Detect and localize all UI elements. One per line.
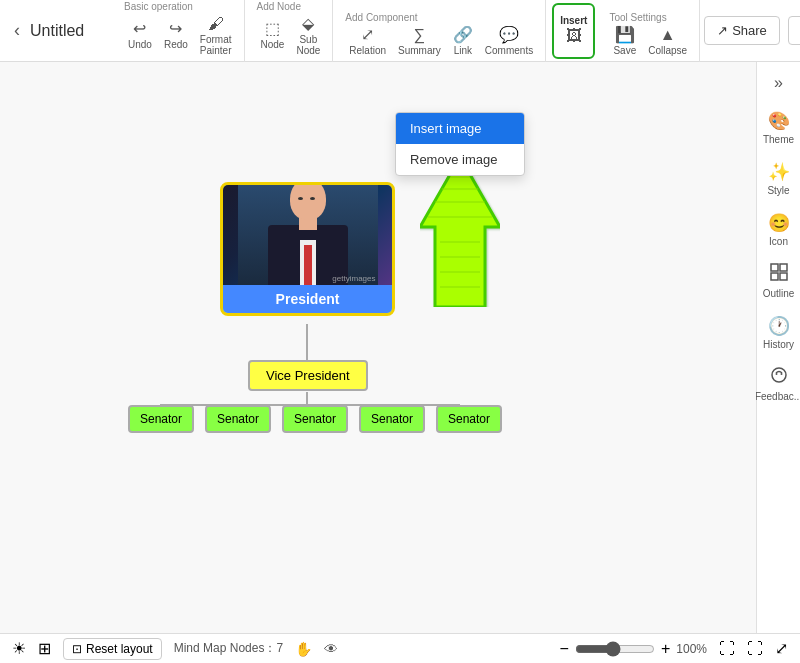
- senator-node-4[interactable]: Senator: [359, 405, 425, 433]
- sidebar-item-theme[interactable]: 🎨 Theme: [759, 104, 799, 151]
- president-node[interactable]: gettyimages President: [220, 182, 395, 316]
- basic-operation-section: Basic operation ↩ Undo ↪ Redo 🖌 Format P…: [116, 0, 245, 62]
- collapse-button[interactable]: ▲ Collapse: [644, 25, 691, 58]
- svg-point-21: [772, 368, 786, 382]
- eye-icon: 👁: [324, 641, 338, 657]
- theme-icon: 🎨: [768, 110, 790, 132]
- right-sidebar: » 🎨 Theme ✨ Style 😊 Icon Outline: [756, 62, 800, 633]
- tool-settings-section: Tool Settings 💾 Save ▲ Collapse: [601, 0, 700, 62]
- add-component-label: Add Component: [345, 12, 417, 23]
- style-icon: ✨: [768, 161, 790, 183]
- senator-label-2: Senator: [217, 412, 259, 426]
- sidebar-item-icon[interactable]: 😊 Icon: [759, 206, 799, 253]
- canvas[interactable]: gettyimages President Vice President Sen…: [0, 62, 756, 633]
- sidebar-collapse-button[interactable]: »: [770, 70, 787, 96]
- svg-rect-19: [771, 273, 778, 280]
- president-image: gettyimages: [223, 185, 392, 285]
- sidebar-item-style[interactable]: ✨ Style: [759, 155, 799, 202]
- insert-section: Insert 🖼: [552, 3, 595, 59]
- node-count: Mind Map Nodes：7: [174, 640, 283, 657]
- link-button[interactable]: 🔗 Link: [449, 25, 477, 58]
- summary-icon: ∑: [414, 27, 425, 43]
- sidebar-icon-label: Icon: [769, 236, 788, 247]
- undo-icon: ↩: [133, 21, 146, 37]
- hand-icon: ✋: [295, 641, 312, 657]
- add-node-label: Add Node: [257, 1, 301, 12]
- redo-icon: ↪: [169, 21, 182, 37]
- comments-icon: 💬: [499, 27, 519, 43]
- svg-rect-18: [780, 264, 787, 271]
- expand-button[interactable]: ⤢: [775, 639, 788, 658]
- toolbar: ‹ Untitled Basic operation ↩ Undo ↪ Redo…: [0, 0, 800, 62]
- sidebar-item-feedback[interactable]: Feedbac...: [759, 360, 799, 408]
- svg-point-22: [775, 373, 777, 375]
- president-label: President: [223, 285, 392, 313]
- zoom-in-button[interactable]: +: [661, 640, 670, 658]
- relation-button[interactable]: ⤢ Relation: [345, 25, 390, 58]
- zoom-percent: 100%: [676, 642, 707, 656]
- add-node-section: Add Node ⬚ Node ⬙ Sub Node: [249, 0, 334, 62]
- senator-node-2[interactable]: Senator: [205, 405, 271, 433]
- insert-image-menu-item[interactable]: Insert image: [396, 113, 524, 144]
- senator-label-1: Senator: [140, 412, 182, 426]
- svg-rect-17: [771, 264, 778, 271]
- senator-node-5[interactable]: Senator: [436, 405, 502, 433]
- insert-image-button[interactable]: 🖼: [562, 26, 586, 46]
- collapse-icon: ▲: [660, 27, 676, 43]
- connector-lines: [0, 62, 756, 633]
- svg-rect-20: [780, 273, 787, 280]
- zoom-out-button[interactable]: −: [560, 640, 569, 658]
- format-painter-button[interactable]: 🖌 Format Painter: [196, 14, 236, 58]
- senator-label-3: Senator: [294, 412, 336, 426]
- fullscreen-button[interactable]: ⛶: [747, 640, 763, 658]
- insert-image-icon: 🖼: [566, 28, 582, 44]
- vp-node[interactable]: Vice President: [248, 360, 368, 391]
- back-button[interactable]: ‹: [8, 16, 26, 45]
- save-icon: 💾: [615, 27, 635, 43]
- sidebar-history-label: History: [763, 339, 794, 350]
- toolbar-right: ↗ Share ⬇ Export: [704, 16, 800, 45]
- insert-label: Insert: [560, 15, 587, 26]
- sidebar-feedback-label: Feedbac...: [755, 391, 800, 402]
- sub-node-button[interactable]: ⬙ Sub Node: [292, 14, 324, 58]
- sidebar-item-outline[interactable]: Outline: [759, 257, 799, 305]
- reset-layout-icon: ⊡: [72, 642, 82, 656]
- sidebar-theme-label: Theme: [763, 134, 794, 145]
- statusbar: ☀ ⊞ ⊡ Reset layout Mind Map Nodes：7 ✋ 👁 …: [0, 633, 800, 663]
- senator-label-5: Senator: [448, 412, 490, 426]
- senator-node-3[interactable]: Senator: [282, 405, 348, 433]
- tool-settings-label: Tool Settings: [609, 12, 666, 23]
- link-icon: 🔗: [453, 27, 473, 43]
- basic-operation-label: Basic operation: [124, 1, 193, 12]
- share-button[interactable]: ↗ Share: [704, 16, 780, 45]
- sidebar-item-history[interactable]: 🕐 History: [759, 309, 799, 356]
- fit-screen-button[interactable]: ⛶: [719, 640, 735, 658]
- main-area: gettyimages President Vice President Sen…: [0, 62, 800, 633]
- senator-label-4: Senator: [371, 412, 413, 426]
- redo-button[interactable]: ↪ Redo: [160, 19, 192, 52]
- insert-dropdown-menu: Insert image Remove image: [395, 112, 525, 176]
- comments-button[interactable]: 💬 Comments: [481, 25, 537, 58]
- add-component-section: Add Component ⤢ Relation ∑ Summary 🔗 Lin…: [337, 0, 546, 62]
- save-button[interactable]: 💾 Save: [609, 25, 640, 58]
- feedback-icon: [770, 366, 788, 389]
- node-button[interactable]: ⬚ Node: [257, 19, 289, 52]
- relation-icon: ⤢: [361, 27, 374, 43]
- undo-button[interactable]: ↩ Undo: [124, 19, 156, 52]
- sub-node-icon: ⬙: [302, 16, 314, 32]
- zoom-slider[interactable]: [575, 641, 655, 657]
- senator-node-1[interactable]: Senator: [128, 405, 194, 433]
- reset-layout-button[interactable]: ⊡ Reset layout: [63, 638, 162, 660]
- export-button[interactable]: ⬇ Export: [788, 16, 800, 45]
- grid-button[interactable]: ⊞: [38, 639, 51, 658]
- svg-marker-8: [420, 157, 500, 307]
- format-painter-icon: 🖌: [208, 16, 224, 32]
- summary-button[interactable]: ∑ Summary: [394, 25, 445, 58]
- icon-icon: 😊: [768, 212, 790, 234]
- sidebar-outline-label: Outline: [763, 288, 795, 299]
- vp-label: Vice President: [266, 368, 350, 383]
- outline-icon: [770, 263, 788, 286]
- remove-image-menu-item[interactable]: Remove image: [396, 144, 524, 175]
- history-icon: 🕐: [768, 315, 790, 337]
- brightness-button[interactable]: ☀: [12, 639, 26, 658]
